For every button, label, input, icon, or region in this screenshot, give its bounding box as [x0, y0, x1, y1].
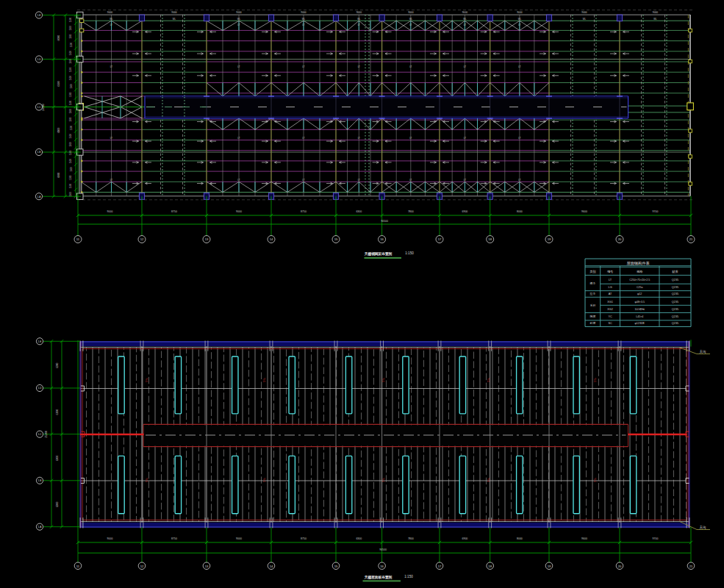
- svg-text:1500: 1500: [70, 18, 73, 23]
- svg-text:16: 16: [380, 564, 384, 568]
- svg-text:LT: LT: [110, 24, 112, 26]
- svg-text:LT: LT: [464, 179, 466, 182]
- svg-text:10#槽钢: 10#槽钢: [635, 307, 645, 311]
- svg-text:19: 19: [548, 237, 551, 241]
- svg-text:LT: LT: [302, 24, 304, 26]
- svg-text:15: 15: [334, 237, 338, 241]
- svg-text:9000: 9000: [171, 11, 177, 14]
- svg-text:LT: LT: [110, 65, 112, 68]
- svg-text:LT: LT: [358, 65, 360, 68]
- svg-text:9000: 9000: [107, 210, 113, 213]
- svg-text:24600: 24600: [42, 104, 45, 111]
- svg-text:9000: 9000: [236, 537, 242, 540]
- svg-text:LT: LT: [358, 179, 360, 182]
- svg-text:WL: WL: [653, 18, 657, 21]
- svg-text:1-C: 1-C: [37, 433, 42, 436]
- svg-text:L45×4: L45×4: [636, 315, 643, 318]
- svg-text:20: 20: [618, 237, 622, 241]
- svg-text:19: 19: [548, 564, 551, 568]
- svg-text:5%: 5%: [262, 478, 266, 482]
- svg-text:1500: 1500: [70, 192, 73, 197]
- svg-text:SC: SC: [608, 322, 612, 325]
- svg-text:9000: 9000: [581, 11, 587, 14]
- svg-text:18: 18: [488, 237, 492, 241]
- svg-text:5%: 5%: [145, 478, 148, 482]
- svg-text:14: 14: [270, 237, 273, 241]
- svg-text:1-D: 1-D: [37, 58, 41, 61]
- svg-text:1500: 1500: [70, 175, 73, 180]
- svg-text:Q235: Q235: [672, 308, 678, 311]
- svg-text:LT: LT: [358, 24, 360, 26]
- svg-text:1500: 1500: [70, 109, 73, 114]
- svg-text:6900: 6900: [462, 210, 468, 213]
- svg-text:LT: LT: [409, 179, 412, 182]
- svg-text:6500: 6500: [58, 81, 61, 87]
- svg-text:1500: 1500: [70, 26, 73, 31]
- svg-text:天棚屋面板布置图: 天棚屋面板布置图: [364, 575, 393, 580]
- svg-text:LT: LT: [110, 179, 112, 182]
- svg-text:13: 13: [205, 237, 209, 241]
- svg-text:21: 21: [689, 237, 693, 241]
- svg-text:8750: 8750: [171, 537, 177, 540]
- svg-text:WL: WL: [409, 18, 413, 21]
- svg-text:天沟: 天沟: [700, 350, 706, 354]
- svg-text:φ12花篮: φ12花篮: [634, 321, 645, 325]
- svg-text:LT: LT: [237, 179, 240, 182]
- svg-text:11: 11: [76, 564, 80, 568]
- svg-text:11: 11: [76, 237, 80, 241]
- svg-text:1500: 1500: [70, 84, 73, 89]
- svg-text:90500: 90500: [381, 220, 388, 223]
- svg-text:6100: 6100: [58, 128, 61, 134]
- svg-text:Q235: Q235: [672, 279, 678, 282]
- svg-text:1-E: 1-E: [38, 340, 42, 343]
- svg-text:5%: 5%: [381, 478, 385, 482]
- svg-text:1500: 1500: [70, 125, 73, 130]
- svg-text:LT: LT: [518, 65, 520, 68]
- svg-text:20: 20: [618, 564, 622, 568]
- svg-text:5%: 5%: [593, 378, 597, 382]
- svg-text:φ48×3.5: φ48×3.5: [634, 301, 644, 304]
- svg-text:13: 13: [205, 564, 209, 568]
- svg-text:AT: AT: [609, 293, 612, 295]
- svg-text:6300: 6300: [356, 210, 362, 213]
- svg-text:6300: 6300: [56, 409, 59, 415]
- svg-text:LT: LT: [237, 24, 240, 26]
- svg-text:1-A: 1-A: [37, 196, 42, 198]
- svg-text:1:150: 1:150: [405, 251, 414, 255]
- svg-text:6300: 6300: [56, 362, 59, 368]
- svg-text:LT: LT: [464, 137, 466, 140]
- svg-text:LT: LT: [518, 179, 520, 182]
- svg-text:编号: 编号: [607, 270, 614, 273]
- svg-text:7800: 7800: [408, 537, 414, 540]
- svg-text:8750: 8750: [301, 537, 307, 540]
- svg-text:Q235: Q235: [672, 286, 678, 289]
- svg-text:9000: 9000: [408, 11, 414, 14]
- svg-text:9700: 9700: [653, 210, 659, 213]
- svg-text:6000: 6000: [58, 35, 61, 41]
- svg-text:LT: LT: [409, 137, 412, 140]
- svg-text:12: 12: [140, 564, 144, 568]
- svg-text:6900: 6900: [462, 537, 468, 540]
- svg-text:1500: 1500: [70, 42, 73, 47]
- svg-text:WL: WL: [357, 18, 361, 21]
- svg-text:LT: LT: [464, 24, 466, 26]
- svg-text:5%: 5%: [262, 378, 266, 382]
- svg-text:5%: 5%: [487, 378, 490, 382]
- svg-text:LT: LT: [237, 137, 240, 140]
- svg-text:XG1: XG1: [607, 301, 613, 304]
- svg-text:LT: LT: [409, 24, 412, 26]
- svg-text:8000: 8000: [517, 537, 523, 540]
- svg-text:1-C: 1-C: [37, 106, 41, 109]
- svg-text:15: 15: [334, 564, 338, 568]
- svg-text:9600: 9600: [581, 537, 587, 540]
- svg-text:LT: LT: [358, 137, 360, 140]
- svg-text:斜撑: 斜撑: [590, 321, 596, 325]
- svg-text:1500: 1500: [70, 92, 73, 97]
- svg-text:LT: LT: [518, 137, 520, 140]
- svg-text:系杆: 系杆: [590, 304, 596, 307]
- svg-text:天棚钢网架布置图: 天棚钢网架布置图: [364, 251, 393, 257]
- svg-text:1-E: 1-E: [37, 14, 41, 17]
- svg-text:9000: 9000: [301, 11, 307, 14]
- svg-text:WL: WL: [302, 18, 306, 21]
- svg-text:5%: 5%: [381, 378, 385, 382]
